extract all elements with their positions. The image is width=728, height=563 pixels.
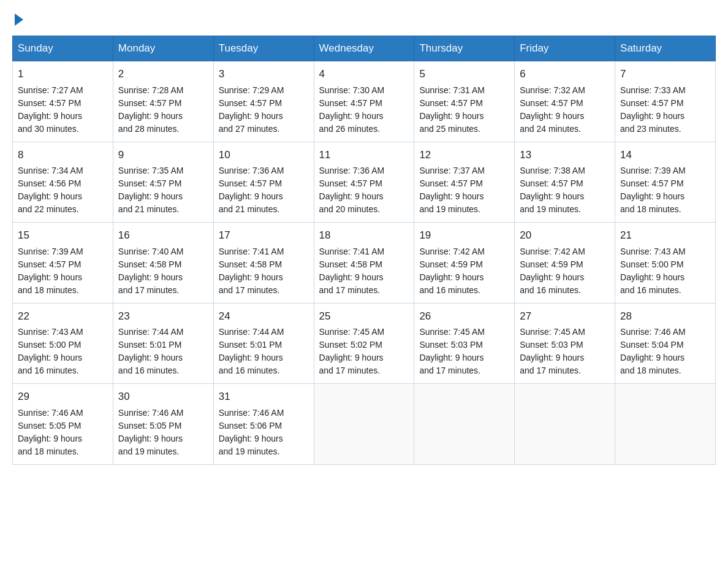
daylight-minutes: and 17 minutes. <box>520 366 581 375</box>
day-number: 3 <box>219 66 309 82</box>
daylight-minutes: and 17 minutes. <box>118 285 180 295</box>
calendar-cell: 6 Sunrise: 7:32 AM Sunset: 4:57 PM Dayli… <box>515 61 615 142</box>
daylight-minutes: and 22 minutes. <box>18 204 79 214</box>
daylight-minutes: and 17 minutes. <box>319 285 381 295</box>
daylight-label: Daylight: 9 hours <box>219 111 283 121</box>
day-number: 11 <box>319 147 409 163</box>
sunset-label: Sunset: 4:57 PM <box>219 98 282 108</box>
day-number: 31 <box>219 389 309 405</box>
sunrise-label: Sunrise: 7:33 AM <box>620 85 686 95</box>
daylight-minutes: and 18 minutes. <box>18 285 79 295</box>
calendar-cell: 2 Sunrise: 7:28 AM Sunset: 4:57 PM Dayli… <box>113 61 213 142</box>
sunset-label: Sunset: 4:57 PM <box>419 178 483 188</box>
sunset-label: Sunset: 4:57 PM <box>520 178 583 188</box>
sunset-label: Sunset: 4:57 PM <box>118 178 182 188</box>
daylight-minutes: and 24 minutes. <box>520 124 581 134</box>
day-number: 16 <box>118 228 208 243</box>
calendar-cell: 5 Sunrise: 7:31 AM Sunset: 4:57 PM Dayli… <box>414 61 515 142</box>
day-number: 21 <box>620 228 710 243</box>
day-header-sunday: Sunday <box>13 36 113 61</box>
daylight-label: Daylight: 9 hours <box>319 111 384 121</box>
daylight-label: Daylight: 9 hours <box>219 272 283 282</box>
sunset-label: Sunset: 4:58 PM <box>118 259 182 269</box>
daylight-minutes: and 18 minutes. <box>620 204 681 214</box>
sunrise-label: Sunrise: 7:28 AM <box>118 85 184 95</box>
day-header-wednesday: Wednesday <box>314 36 414 61</box>
day-header-tuesday: Tuesday <box>213 36 314 61</box>
day-number: 9 <box>118 147 208 163</box>
day-number: 22 <box>18 308 108 324</box>
sunset-label: Sunset: 5:00 PM <box>620 259 684 269</box>
sunset-label: Sunset: 4:57 PM <box>319 178 383 188</box>
calendar-cell: 29 Sunrise: 7:46 AM Sunset: 5:05 PM Dayl… <box>13 384 113 465</box>
sunset-label: Sunset: 4:56 PM <box>18 178 82 188</box>
day-header-monday: Monday <box>113 36 213 61</box>
sunrise-label: Sunrise: 7:40 AM <box>118 247 184 256</box>
sunrise-label: Sunrise: 7:29 AM <box>219 85 284 95</box>
daylight-label: Daylight: 9 hours <box>118 191 183 201</box>
daylight-minutes: and 19 minutes. <box>520 204 581 214</box>
sunrise-label: Sunrise: 7:43 AM <box>620 247 686 256</box>
sunrise-label: Sunrise: 7:45 AM <box>319 327 385 337</box>
daylight-label: Daylight: 9 hours <box>620 272 684 282</box>
sunrise-label: Sunrise: 7:38 AM <box>520 166 585 175</box>
daylight-minutes: and 18 minutes. <box>18 446 79 456</box>
logo <box>12 12 23 23</box>
day-number: 26 <box>419 308 509 324</box>
daylight-minutes: and 16 minutes. <box>219 366 280 375</box>
day-header-thursday: Thursday <box>414 36 515 61</box>
day-number: 14 <box>620 147 710 163</box>
sunset-label: Sunset: 5:01 PM <box>219 340 282 350</box>
sunset-label: Sunset: 4:57 PM <box>319 98 383 108</box>
day-number: 10 <box>219 147 309 163</box>
daylight-minutes: and 19 minutes. <box>118 446 180 456</box>
calendar-cell: 23 Sunrise: 7:44 AM Sunset: 5:01 PM Dayl… <box>113 303 213 384</box>
day-number: 5 <box>419 66 509 82</box>
daylight-label: Daylight: 9 hours <box>18 111 82 121</box>
day-number: 13 <box>520 147 610 163</box>
daylight-label: Daylight: 9 hours <box>18 434 82 443</box>
calendar-cell: 7 Sunrise: 7:33 AM Sunset: 4:57 PM Dayli… <box>615 61 716 142</box>
sunset-label: Sunset: 5:04 PM <box>620 340 684 350</box>
daylight-minutes: and 26 minutes. <box>319 124 381 134</box>
daylight-label: Daylight: 9 hours <box>419 191 483 201</box>
sunset-label: Sunset: 5:05 PM <box>118 421 182 431</box>
day-header-friday: Friday <box>515 36 615 61</box>
calendar-cell: 22 Sunrise: 7:43 AM Sunset: 5:00 PM Dayl… <box>13 303 113 384</box>
day-number: 25 <box>319 308 409 324</box>
sunset-label: Sunset: 4:58 PM <box>219 259 282 269</box>
daylight-minutes: and 16 minutes. <box>18 366 79 375</box>
daylight-minutes: and 17 minutes. <box>419 366 480 375</box>
sunset-label: Sunset: 4:58 PM <box>319 259 383 269</box>
page-header <box>12 12 716 23</box>
calendar-cell: 3 Sunrise: 7:29 AM Sunset: 4:57 PM Dayli… <box>213 61 314 142</box>
calendar-cell <box>314 384 414 465</box>
calendar-cell: 25 Sunrise: 7:45 AM Sunset: 5:02 PM Dayl… <box>314 303 414 384</box>
sunrise-label: Sunrise: 7:46 AM <box>219 408 284 418</box>
sunrise-label: Sunrise: 7:27 AM <box>18 85 83 95</box>
calendar-cell: 21 Sunrise: 7:43 AM Sunset: 5:00 PM Dayl… <box>615 223 716 304</box>
calendar-cell <box>515 384 615 465</box>
sunset-label: Sunset: 5:00 PM <box>18 340 82 350</box>
sunset-label: Sunset: 5:03 PM <box>520 340 583 350</box>
calendar-header-row: SundayMondayTuesdayWednesdayThursdayFrid… <box>13 36 716 61</box>
daylight-label: Daylight: 9 hours <box>520 111 584 121</box>
sunrise-label: Sunrise: 7:44 AM <box>219 327 284 337</box>
calendar-week-row: 1 Sunrise: 7:27 AM Sunset: 4:57 PM Dayli… <box>13 61 716 142</box>
sunrise-label: Sunrise: 7:46 AM <box>118 408 184 418</box>
calendar-cell: 19 Sunrise: 7:42 AM Sunset: 4:59 PM Dayl… <box>414 223 515 304</box>
sunset-label: Sunset: 4:57 PM <box>620 98 684 108</box>
daylight-label: Daylight: 9 hours <box>319 191 384 201</box>
sunset-label: Sunset: 4:57 PM <box>118 98 182 108</box>
calendar-week-row: 8 Sunrise: 7:34 AM Sunset: 4:56 PM Dayli… <box>13 142 716 223</box>
calendar-cell: 12 Sunrise: 7:37 AM Sunset: 4:57 PM Dayl… <box>414 142 515 223</box>
sunrise-label: Sunrise: 7:34 AM <box>18 166 83 175</box>
sunrise-label: Sunrise: 7:39 AM <box>620 166 686 175</box>
daylight-label: Daylight: 9 hours <box>319 353 384 362</box>
sunset-label: Sunset: 5:03 PM <box>419 340 483 350</box>
daylight-minutes: and 17 minutes. <box>319 366 381 375</box>
daylight-minutes: and 27 minutes. <box>219 124 280 134</box>
calendar-cell: 27 Sunrise: 7:45 AM Sunset: 5:03 PM Dayl… <box>515 303 615 384</box>
day-number: 2 <box>118 66 208 82</box>
day-number: 1 <box>18 66 108 82</box>
